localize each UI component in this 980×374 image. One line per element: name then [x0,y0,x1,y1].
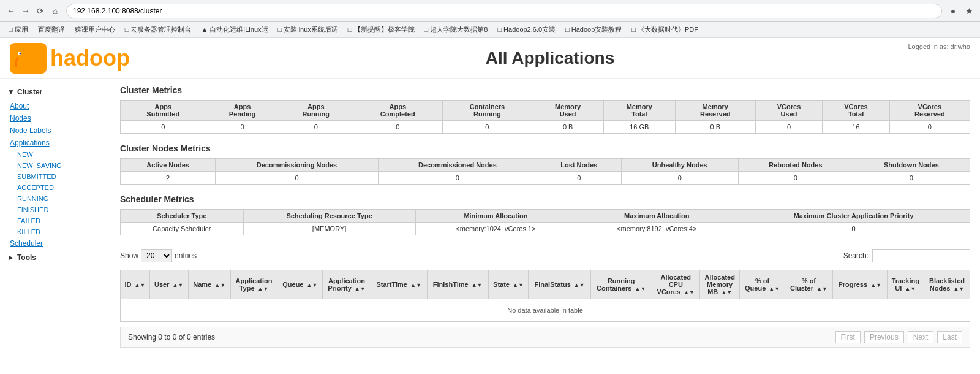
search-input[interactable] [872,249,970,262]
th-application-priority[interactable]: ApplicationPriority ▲▼ [323,270,371,299]
sidebar-sub-failed[interactable]: FAILED [0,215,110,226]
bookmark-baidu[interactable]: 百度翻译 [34,24,69,36]
cluster-nodes-metrics-table: Active Nodes Decommissioning Nodes Decom… [120,158,970,185]
pctcluster-sort-icon: ▲▼ [816,286,827,292]
col-apps-completed: AppsCompleted [353,101,442,121]
browser-bar: ← → ⟳ ⌂ ● ★ [0,0,980,22]
bookmark-yuanke[interactable]: 猿课用户中心 [71,24,119,36]
bookmark-install[interactable]: □ 安装linux系统后调 [274,24,342,36]
bookmark-hadoop260[interactable]: □ Hadoop2.6.0安装 [494,24,559,36]
bookmark-apps[interactable]: □ 应用 [5,24,32,36]
th-running-containers[interactable]: RunningContainers ▲▼ [590,270,652,299]
th-finish-time[interactable]: FinishTime ▲▼ [427,270,488,299]
home-button[interactable]: ⌂ [49,5,61,17]
col-memory-reserved: MemoryReserved [675,101,755,121]
col-vcores-used: VCoresUsed [755,101,822,121]
starttime-sort-icon: ▲▼ [410,282,421,288]
sidebar-item-nodes[interactable]: Nodes [0,112,110,124]
th-id[interactable]: ID ▲▼ [121,270,150,299]
cluster-metrics-title: Cluster Metrics [120,85,970,95]
address-bar[interactable] [66,4,942,18]
col-vcores-reserved: VCoresReserved [889,101,970,121]
val-apps-running: 0 [279,121,353,134]
th-allocated-memory[interactable]: AllocatedMemoryMB ▲▼ [700,270,740,299]
previous-button[interactable]: Previous [864,331,904,343]
sidebar-tools-label: Tools [17,253,36,262]
th-start-time[interactable]: StartTime ▲▼ [371,270,427,299]
table-controls: Show 20 50 100 entries Search: [120,245,970,266]
finalstatus-sort-icon: ▲▼ [574,282,585,288]
next-button[interactable]: Next [908,331,934,343]
last-button[interactable]: Last [937,331,962,343]
first-button[interactable]: First [835,331,861,343]
alloccpu-sort-icon: ▲▼ [684,289,695,296]
col-shutdown-nodes: Shutdown Nodes [853,159,970,172]
th-tracking-ui[interactable]: TrackingUI ▲▼ [887,270,924,299]
sidebar-sub-new-saving[interactable]: NEW_SAVING [0,160,110,171]
col-apps-submitted: AppsSubmitted [121,101,206,121]
progress-sort-icon: ▲▼ [870,282,881,288]
val-minimum-allocation: <memory:1024, vCores:1> [415,223,576,235]
sidebar-sub-accepted[interactable]: ACCEPTED [0,182,110,193]
bookmark-bigdata[interactable]: □ 《大数据时代》PDF [628,24,702,36]
user-sort-icon: ▲▼ [173,282,184,288]
bookmark-superada[interactable]: □ 超人学院大数据第8 [421,24,492,36]
col-apps-pending: AppsPending [206,101,279,121]
th-state[interactable]: State ▲▼ [488,270,529,299]
col-maximum-allocation: Maximum Allocation [576,210,737,223]
bookmark-auto[interactable]: ▲ 自动化运维|Linux运 [197,24,271,36]
val-memory-total: 16 GB [603,121,675,134]
logged-in-label: Logged in as: dr.who [908,43,970,50]
bookmark-jike[interactable]: □ 【新提醒】极客学院 [344,24,418,36]
sidebar-cluster-section[interactable]: ▼ Cluster [0,84,110,100]
main-layout: ▼ Cluster About Nodes Node Labels Applic… [0,79,980,374]
reload-button[interactable]: ⟳ [34,5,47,17]
sidebar-sub-finished[interactable]: FINISHED [0,204,110,215]
pagination-buttons: First Previous Next Last [835,331,962,343]
th-application-type[interactable]: ApplicationType ▲▼ [230,270,277,299]
th-queue[interactable]: Queue ▲▼ [277,270,323,299]
val-max-cluster-app-priority: 0 [737,223,970,235]
val-shutdown-nodes: 0 [853,172,970,185]
sidebar-sub-killed[interactable]: KILLED [0,226,110,237]
name-sort-icon: ▲▼ [214,282,225,288]
val-apps-submitted: 0 [121,121,206,134]
val-unhealthy-nodes: 0 [621,172,738,185]
sidebar-tools-section[interactable]: ► Tools [0,250,110,265]
sidebar-item-scheduler[interactable]: Scheduler [0,237,110,250]
back-button[interactable]: ← [5,5,17,17]
sidebar-item-node-labels[interactable]: Node Labels [0,124,110,137]
th-name[interactable]: Name ▲▼ [188,270,230,299]
bookmark-hadoopinstall[interactable]: □ Hadoop安装教程 [562,24,625,36]
val-decommissioned-nodes: 0 [378,172,537,185]
sidebar-item-about[interactable]: About [0,100,110,112]
th-pct-queue[interactable]: % ofQueue ▲▼ [740,270,785,299]
th-pct-cluster[interactable]: % ofCluster ▲▼ [785,270,833,299]
id-sort-icon: ▲▼ [135,282,146,288]
th-progress[interactable]: Progress ▲▼ [832,270,887,299]
extensions-button[interactable]: ● [947,5,959,17]
col-vcores-total: VCoresTotal [823,101,889,121]
sidebar-sub-running[interactable]: RUNNING [0,193,110,204]
bookmark-button[interactable]: ★ [963,5,975,17]
th-final-status[interactable]: FinalStatus ▲▼ [529,270,591,299]
val-scheduling-resource-type: [MEMORY] [243,223,415,235]
finishtime-sort-icon: ▲▼ [472,282,483,288]
th-blacklisted-nodes[interactable]: BlacklistedNodes ▲▼ [924,270,970,299]
show-entries: Show 20 50 100 entries [120,249,197,262]
col-apps-running: AppsRunning [279,101,353,121]
hadoop-logo-text: hadoop [50,45,130,71]
forward-button[interactable]: → [20,5,32,17]
val-vcores-reserved: 0 [889,121,970,134]
col-active-nodes: Active Nodes [121,159,216,172]
th-allocated-cpu[interactable]: AllocatedCPUVCores ▲▼ [652,270,700,299]
cluster-arrow-icon: ▼ [7,88,15,96]
th-user[interactable]: User ▲▼ [149,270,188,299]
bookmark-cloud[interactable]: □ 云服务器管理控制台 [121,24,195,36]
hadoop-logo: hadoop [10,43,130,74]
cluster-metrics-table: AppsSubmitted AppsPending AppsRunning Ap… [120,100,970,134]
sidebar-sub-new[interactable]: NEW [0,149,110,160]
sidebar-sub-submitted[interactable]: SUBMITTED [0,171,110,182]
sidebar-item-applications[interactable]: Applications [0,137,110,149]
entries-select[interactable]: 20 50 100 [141,249,172,262]
